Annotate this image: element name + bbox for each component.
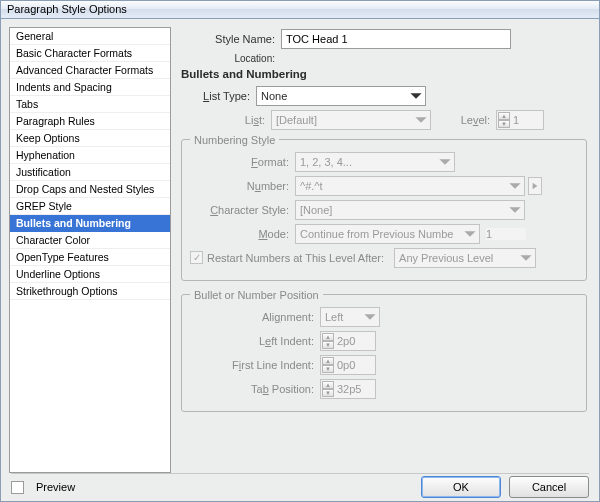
tab-position-row: Tab Position: ▲▼ 32p5 [190, 379, 578, 399]
title-text: Paragraph Style Options [7, 3, 127, 15]
dialog-window: Paragraph Style Options GeneralBasic Cha… [0, 0, 600, 502]
preview-label: Preview [36, 481, 75, 493]
list-value: [Default] [276, 114, 317, 126]
mode-combo: Continue from Previous Numbe [295, 224, 480, 244]
list-item[interactable]: OpenType Features [10, 249, 170, 266]
titlebar: Paragraph Style Options [1, 1, 599, 19]
list-label: List: [181, 114, 271, 126]
location-row: Location: [181, 53, 587, 64]
format-combo: 1, 2, 3, 4... [295, 152, 455, 172]
position-legend: Bullet or Number Position [190, 289, 323, 301]
list-type-label: List Type: [181, 90, 256, 102]
charstyle-row: Character Style: [None] [190, 200, 578, 220]
first-line-label: First Line Indent: [190, 359, 320, 371]
list-item[interactable]: Advanced Character Formats [10, 62, 170, 79]
list-combo: [Default] [271, 110, 431, 130]
list-type-combo[interactable]: None [256, 86, 426, 106]
list-item[interactable]: GREP Style [10, 198, 170, 215]
list-item[interactable]: Hyphenation [10, 147, 170, 164]
alignment-label: Alignment: [190, 311, 320, 323]
tab-position-spin: ▲▼ 32p5 [320, 379, 376, 399]
list-type-value: None [261, 90, 287, 102]
stepper-icon: ▲▼ [322, 357, 334, 373]
list-item[interactable]: Paragraph Rules [10, 113, 170, 130]
footer: Preview OK Cancel [1, 474, 599, 501]
left-indent-value: 2p0 [337, 335, 355, 347]
list-item[interactable]: Justification [10, 164, 170, 181]
main-panel: Style Name: Location: Bullets and Number… [179, 27, 589, 473]
list-item[interactable]: Basic Character Formats [10, 45, 170, 62]
format-row: Format: 1, 2, 3, 4... [190, 152, 578, 172]
mode-label: Mode: [190, 228, 295, 240]
chevron-down-icon [414, 113, 428, 127]
tab-position-label: Tab Position: [190, 383, 320, 395]
list-item[interactable]: Drop Caps and Nested Styles [10, 181, 170, 198]
chevron-down-icon [438, 155, 452, 169]
list-item[interactable]: Character Color [10, 232, 170, 249]
category-listbox[interactable]: GeneralBasic Character FormatsAdvanced C… [9, 27, 171, 473]
left-indent-row: Left Indent: ▲▼ 2p0 [190, 331, 578, 351]
play-icon [528, 177, 542, 195]
numbering-style-group: Numbering Style Format: 1, 2, 3, 4... Nu… [181, 134, 587, 281]
chevron-down-icon [409, 89, 423, 103]
left-indent-spin: ▲▼ 2p0 [320, 331, 376, 351]
list-item[interactable]: Indents and Spacing [10, 79, 170, 96]
number-row: Number: ^#.^t [190, 176, 578, 196]
first-line-spin: ▲▼ 0p0 [320, 355, 376, 375]
format-value: 1, 2, 3, 4... [300, 156, 352, 168]
list-item[interactable]: General [10, 28, 170, 45]
number-combo: ^#.^t [295, 176, 525, 196]
mode-value: Continue from Previous Numbe [300, 228, 453, 240]
format-label: Format: [190, 156, 295, 168]
number-value: ^#.^t [300, 180, 323, 192]
stepper-icon: ▲▼ [322, 333, 334, 349]
stepper-icon: ▲▼ [322, 381, 334, 397]
dialog-body: GeneralBasic Character FormatsAdvanced C… [1, 19, 599, 473]
charstyle-value: [None] [300, 204, 332, 216]
section-title: Bullets and Numbering [181, 68, 587, 80]
restart-value: Any Previous Level [399, 252, 493, 264]
level-value: 1 [513, 114, 519, 126]
chevron-down-icon [508, 179, 522, 193]
stepper-icon: ▲▼ [498, 112, 510, 128]
restart-combo: Any Previous Level [394, 248, 536, 268]
list-item[interactable]: Tabs [10, 96, 170, 113]
list-row: List: [Default] Level: ▲▼ 1 [181, 110, 587, 130]
tab-position-value: 32p5 [337, 383, 361, 395]
first-line-value: 0p0 [337, 359, 355, 371]
numbering-legend: Numbering Style [190, 134, 279, 146]
style-name-input[interactable] [281, 29, 511, 49]
restart-checkbox: ✓ [190, 251, 203, 264]
alignment-value: Left [325, 311, 343, 323]
position-group: Bullet or Number Position Alignment: Lef… [181, 289, 587, 412]
ok-button[interactable]: OK [421, 476, 501, 498]
charstyle-combo: [None] [295, 200, 525, 220]
level-spin: ▲▼ 1 [496, 110, 544, 130]
left-indent-label: Left Indent: [190, 335, 320, 347]
chevron-down-icon [363, 310, 377, 324]
first-line-row: First Line Indent: ▲▼ 0p0 [190, 355, 578, 375]
restart-row: ✓ Restart Numbers at This Level After: A… [190, 248, 578, 268]
mode-row: Mode: Continue from Previous Numbe 1 [190, 224, 578, 244]
list-item[interactable]: Keep Options [10, 130, 170, 147]
list-type-row: List Type: None [181, 86, 587, 106]
charstyle-label: Character Style: [190, 204, 295, 216]
chevron-down-icon [508, 203, 522, 217]
alignment-row: Alignment: Left [190, 307, 578, 327]
chevron-down-icon [519, 251, 533, 265]
list-item[interactable]: Underline Options [10, 266, 170, 283]
location-label: Location: [181, 53, 281, 64]
level-label: Level: [431, 114, 496, 126]
cancel-button[interactable]: Cancel [509, 476, 589, 498]
list-item[interactable]: Strikethrough Options [10, 283, 170, 300]
mode-at-value: 1 [486, 228, 492, 240]
style-name-row: Style Name: [181, 29, 587, 49]
chevron-down-icon [463, 227, 477, 241]
mode-at-field: 1 [486, 228, 526, 240]
alignment-combo: Left [320, 307, 380, 327]
style-name-label: Style Name: [181, 33, 281, 45]
preview-checkbox[interactable] [11, 481, 24, 494]
number-label: Number: [190, 180, 295, 192]
restart-label: Restart Numbers at This Level After: [207, 252, 384, 264]
list-item[interactable]: Bullets and Numbering [10, 215, 170, 232]
